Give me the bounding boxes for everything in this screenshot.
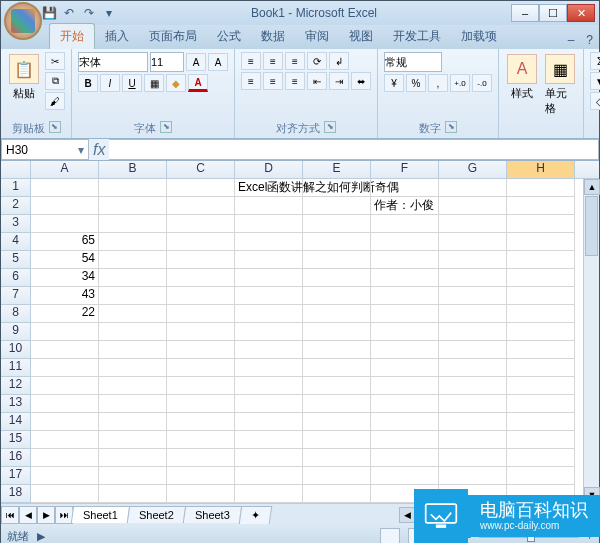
select-all-corner[interactable] <box>1 161 31 178</box>
orientation-button[interactable]: ⟳ <box>307 52 327 70</box>
cell-D3[interactable] <box>235 215 303 233</box>
tab-page-layout[interactable]: 页面布局 <box>139 24 207 49</box>
cell-B2[interactable] <box>99 197 167 215</box>
qa-redo-icon[interactable]: ↷ <box>81 5 97 21</box>
cell-H15[interactable] <box>507 431 575 449</box>
cell-F12[interactable] <box>371 377 439 395</box>
cell-E18[interactable] <box>303 485 371 503</box>
cell-B1[interactable] <box>99 179 167 197</box>
cell-E14[interactable] <box>303 413 371 431</box>
number-launcher[interactable]: ⬊ <box>445 121 457 133</box>
cell-E13[interactable] <box>303 395 371 413</box>
increase-decimal-button[interactable]: +.0 <box>450 74 470 92</box>
tab-insert[interactable]: 插入 <box>95 24 139 49</box>
cell-F9[interactable] <box>371 323 439 341</box>
cell-E2[interactable] <box>303 197 371 215</box>
cell-F13[interactable] <box>371 395 439 413</box>
row-header-16[interactable]: 16 <box>1 449 31 467</box>
sheet-nav-prev[interactable]: ◀ <box>19 506 37 524</box>
cell-G13[interactable] <box>439 395 507 413</box>
cell-F8[interactable] <box>371 305 439 323</box>
tab-home[interactable]: 开始 <box>49 23 95 49</box>
cell-G14[interactable] <box>439 413 507 431</box>
column-header-B[interactable]: B <box>99 161 167 178</box>
column-header-G[interactable]: G <box>439 161 507 178</box>
close-button[interactable]: ✕ <box>567 4 595 22</box>
cell-C15[interactable] <box>167 431 235 449</box>
cell-H6[interactable] <box>507 269 575 287</box>
tab-view[interactable]: 视图 <box>339 24 383 49</box>
cell-A16[interactable] <box>31 449 99 467</box>
cell-F5[interactable] <box>371 251 439 269</box>
fx-icon[interactable]: fx <box>93 141 105 159</box>
row-header-14[interactable]: 14 <box>1 413 31 431</box>
cell-B6[interactable] <box>99 269 167 287</box>
align-bottom-button[interactable]: ≡ <box>285 52 305 70</box>
decrease-decimal-button[interactable]: -.0 <box>472 74 492 92</box>
row-header-7[interactable]: 7 <box>1 287 31 305</box>
cell-G10[interactable] <box>439 341 507 359</box>
font-size-combo[interactable] <box>150 52 184 72</box>
cell-B12[interactable] <box>99 377 167 395</box>
maximize-button[interactable]: ☐ <box>539 4 567 22</box>
column-header-F[interactable]: F <box>371 161 439 178</box>
sheet-nav-first[interactable]: ⏮ <box>1 506 19 524</box>
border-button[interactable]: ▦ <box>144 74 164 92</box>
cell-A3[interactable] <box>31 215 99 233</box>
cell-C3[interactable] <box>167 215 235 233</box>
qa-customize-icon[interactable]: ▾ <box>101 5 117 21</box>
cell-G3[interactable] <box>439 215 507 233</box>
row-header-3[interactable]: 3 <box>1 215 31 233</box>
tab-developer[interactable]: 开发工具 <box>383 24 451 49</box>
cell-A13[interactable] <box>31 395 99 413</box>
cell-E4[interactable] <box>303 233 371 251</box>
cell-H16[interactable] <box>507 449 575 467</box>
cell-H1[interactable] <box>507 179 575 197</box>
vertical-scrollbar[interactable]: ▲ ▼ <box>583 179 599 503</box>
styles-button[interactable]: A 样式 <box>505 52 539 103</box>
cell-A4[interactable]: 65 <box>31 233 99 251</box>
column-header-D[interactable]: D <box>235 161 303 178</box>
row-header-9[interactable]: 9 <box>1 323 31 341</box>
format-painter-button[interactable]: 🖌 <box>45 92 65 110</box>
row-header-11[interactable]: 11 <box>1 359 31 377</box>
cell-G15[interactable] <box>439 431 507 449</box>
cell-A10[interactable] <box>31 341 99 359</box>
cell-D5[interactable] <box>235 251 303 269</box>
tab-addins[interactable]: 加载项 <box>451 24 507 49</box>
cell-E17[interactable] <box>303 467 371 485</box>
cell-E8[interactable] <box>303 305 371 323</box>
cell-A12[interactable] <box>31 377 99 395</box>
cell-D11[interactable] <box>235 359 303 377</box>
cell-G17[interactable] <box>439 467 507 485</box>
row-header-5[interactable]: 5 <box>1 251 31 269</box>
cell-G16[interactable] <box>439 449 507 467</box>
row-header-10[interactable]: 10 <box>1 341 31 359</box>
cell-F11[interactable] <box>371 359 439 377</box>
cell-B16[interactable] <box>99 449 167 467</box>
cell-A18[interactable] <box>31 485 99 503</box>
cell-H8[interactable] <box>507 305 575 323</box>
copy-button[interactable]: ⧉ <box>45 72 65 90</box>
cell-E9[interactable] <box>303 323 371 341</box>
cell-A5[interactable]: 54 <box>31 251 99 269</box>
cell-E5[interactable] <box>303 251 371 269</box>
cell-G11[interactable] <box>439 359 507 377</box>
column-header-C[interactable]: C <box>167 161 235 178</box>
cell-D9[interactable] <box>235 323 303 341</box>
cell-F2[interactable]: 作者：小俊 <box>371 197 439 215</box>
cell-C9[interactable] <box>167 323 235 341</box>
comma-button[interactable]: , <box>428 74 448 92</box>
align-right-button[interactable]: ≡ <box>285 72 305 90</box>
cell-E12[interactable] <box>303 377 371 395</box>
cell-G4[interactable] <box>439 233 507 251</box>
cell-B13[interactable] <box>99 395 167 413</box>
sheet-tab-3[interactable]: Sheet3 <box>183 506 242 523</box>
cell-D10[interactable] <box>235 341 303 359</box>
align-middle-button[interactable]: ≡ <box>263 52 283 70</box>
cell-E1[interactable] <box>303 179 371 197</box>
cell-A2[interactable] <box>31 197 99 215</box>
cell-D1[interactable]: Excel函数讲解之如何判断奇偶 <box>235 179 303 197</box>
cell-H7[interactable] <box>507 287 575 305</box>
scroll-left-icon[interactable]: ◀ <box>399 507 415 523</box>
